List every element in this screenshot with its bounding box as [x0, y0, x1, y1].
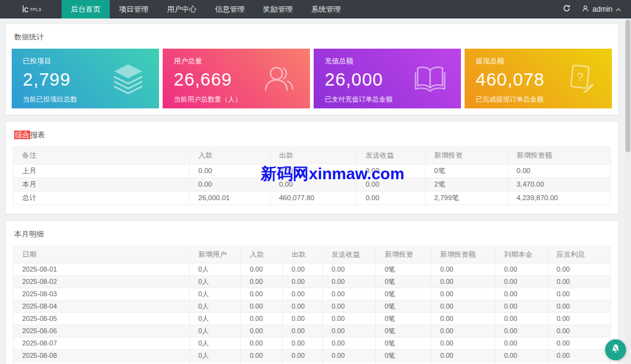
table-cell: 总计 — [14, 192, 190, 205]
stats-panel-title: 数据统计 — [6, 24, 618, 49]
month-panel-title: 本月明细 — [6, 221, 618, 246]
highlighted-text: 综合 — [14, 131, 30, 139]
table-cell: 0笔 — [376, 264, 431, 276]
table-cell: 0.00 — [548, 313, 611, 325]
app-logo: lcTPL3 — [0, 0, 62, 18]
table-cell: 0.00 — [431, 338, 495, 350]
column-header: 发送收益 — [357, 147, 425, 164]
table-cell: 0.00 — [431, 276, 495, 288]
table-cell: 0.00 — [495, 325, 547, 338]
stat-card-desc: 已支付充值订单总金额 — [325, 95, 450, 104]
chevron-up-icon — [616, 5, 621, 14]
column-header: 到期本金 — [495, 246, 547, 264]
table-cell: 0笔 — [425, 164, 508, 178]
table-cell: 0.00 — [495, 350, 547, 362]
top-navbar: lcTPL3 后台首页项目管理用户中心信息管理奖励管理系统管理 admin — [0, 0, 631, 18]
table-cell: 0.00 — [189, 164, 270, 178]
table-cell: 0.00 — [322, 350, 375, 362]
table-cell: 2025-08-02 — [14, 276, 190, 288]
table-cell: 26,000.01 — [189, 192, 270, 205]
table-cell: 0.00 — [548, 338, 611, 350]
nav-right: admin — [563, 0, 631, 18]
refresh-icon — [563, 4, 571, 15]
table-cell: 3,470.00 — [508, 178, 611, 192]
stat-card-total-withdraw: 提现总额 460,078 已完成提现订单总金额 ? — [465, 49, 612, 108]
stat-card-total-recharge: 充值总额 26,000 已支付充值订单总金额 — [314, 49, 461, 108]
admin-menu[interactable]: admin — [582, 5, 621, 14]
table-cell: 0.00 — [241, 350, 283, 362]
table-cell: 0笔 — [376, 288, 431, 301]
nav-item-0[interactable]: 后台首页 — [62, 0, 110, 18]
nav-item-2[interactable]: 用户中心 — [158, 0, 206, 18]
nav-item-5[interactable]: 系统管理 — [302, 0, 350, 18]
help-doc-icon: ? — [564, 62, 598, 96]
table-cell: 2025-08-09 — [14, 362, 190, 364]
table-cell: 2025-08-05 — [14, 313, 190, 325]
column-header: 入款 — [241, 246, 283, 264]
table-header-row: 日期新增用户入款出款发送收益新增投资新增投资额到期本金应发利息 — [14, 246, 611, 264]
table-cell: 0.00 — [431, 288, 495, 301]
admin-label: admin — [592, 5, 613, 14]
table-cell: 上月 — [14, 164, 190, 178]
table-cell: 本月 — [14, 178, 190, 192]
table-cell: 0笔 — [376, 338, 431, 350]
vertical-scrollbar[interactable] — [625, 18, 631, 364]
layers-icon — [111, 62, 145, 96]
scrollbar-thumb[interactable] — [625, 20, 630, 152]
stat-card-desc: 当前用户总数量（人） — [174, 95, 299, 104]
table-row: 2025-08-010人0.000.000.000笔0.000.000.00 — [14, 264, 611, 276]
report-title-rest: 报表 — [30, 131, 45, 139]
table-cell: 0人 — [189, 276, 240, 288]
nav-item-4[interactable]: 奖励管理 — [254, 0, 302, 18]
table-cell: 0.00 — [241, 338, 283, 350]
table-cell: 0.00 — [431, 301, 495, 313]
table-cell: 0.00 — [548, 301, 611, 313]
table-cell: 0人 — [189, 288, 240, 301]
column-header: 入款 — [189, 147, 270, 164]
table-row: 2025-08-060人0.000.000.000笔0.000.000.00 — [14, 325, 611, 338]
table-cell: 0.00 — [283, 362, 323, 364]
table-cell: 0.00 — [283, 301, 323, 313]
table-cell: 0.00 — [241, 362, 283, 364]
month-detail-table: 日期新增用户入款出款发送收益新增投资新增投资额到期本金应发利息2025-08-0… — [13, 246, 611, 364]
table-cell: 0.00 — [322, 362, 375, 364]
table-cell: 0.00 — [431, 362, 495, 364]
bell-slash-icon — [610, 343, 621, 357]
column-header: 日期 — [14, 246, 190, 264]
table-cell: 0笔 — [376, 325, 431, 338]
table-cell: 0人 — [189, 350, 240, 362]
table-cell: 0.00 — [495, 301, 547, 313]
table-cell: 0.00 — [508, 164, 611, 178]
table-cell: 2025-08-03 — [14, 288, 190, 301]
users-icon — [262, 62, 296, 96]
notification-mute-button[interactable] — [605, 339, 626, 360]
table-cell: 0.00 — [241, 288, 283, 301]
table-cell: 0.00 — [495, 313, 547, 325]
nav-item-3[interactable]: 信息管理 — [206, 0, 254, 18]
column-header: 新增投资 — [425, 147, 508, 164]
table-cell: 0.00 — [283, 264, 323, 276]
table-cell: 0.00 — [283, 313, 323, 325]
table-cell: 0.00 — [283, 276, 323, 288]
logo-text: lc — [22, 4, 28, 14]
table-cell: 0.00 — [431, 264, 495, 276]
table-cell: 0.00 — [241, 276, 283, 288]
table-row: 2025-08-080人0.000.000.000笔0.000.000.00 — [14, 350, 611, 362]
column-header: 新增投资额 — [431, 246, 495, 264]
table-cell: 0.00 — [431, 350, 495, 362]
table-header-row: 备注入款出款发送收益新增投资新增投资额 — [14, 147, 611, 164]
stat-card-total-users: 用户总量 26,669 当前用户总数量（人） — [163, 49, 310, 108]
table-cell: 0笔 — [376, 350, 431, 362]
table-row: 2025-08-020人0.000.000.000笔0.000.000.00 — [14, 276, 611, 288]
nav-item-1[interactable]: 项目管理 — [110, 0, 158, 18]
table-cell: 0人 — [189, 325, 240, 338]
table-cell: 0.00 — [241, 301, 283, 313]
table-cell: 2,799笔 — [425, 192, 508, 205]
table-cell: 2025-08-08 — [14, 350, 190, 362]
open-book-icon — [413, 62, 447, 96]
stats-panel: 数据统计 已投项目 2,799 当前已投项目总数 用户总量 26,669 当前用… — [5, 23, 619, 115]
refresh-button[interactable] — [563, 4, 571, 15]
table-cell: 0人 — [189, 362, 240, 364]
table-cell: 0.00 — [548, 288, 611, 301]
table-cell: 0.00 — [431, 325, 495, 338]
